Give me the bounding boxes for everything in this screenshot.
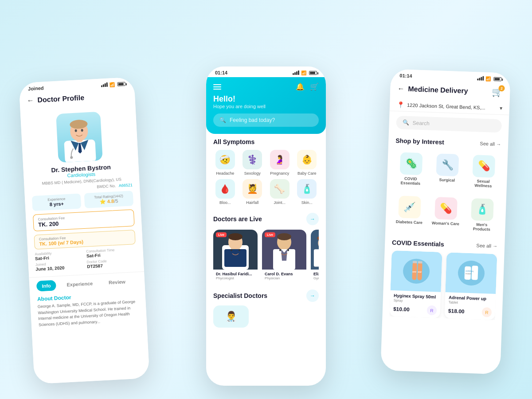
svg-text:ADRENAL: ADRENAL — [466, 270, 474, 273]
specialist-card-1[interactable]: 👨‍⚕️ — [213, 305, 249, 328]
tab-review[interactable]: Review — [103, 276, 131, 288]
category-mens[interactable]: 🧴 Men's Products — [465, 195, 499, 236]
hairfall-icon: 💆 — [243, 179, 262, 199]
cart-icon[interactable]: 🛒 — [310, 82, 319, 91]
hairfall-label: Hairfall — [246, 200, 258, 205]
hero-subtitle: Hope you are doing well — [213, 104, 319, 109]
doctor-code-info: Doctor Code DT2587 — [87, 258, 137, 269]
mens-label: Men's Products — [467, 222, 497, 232]
symptoms-title: All Symptoms — [213, 138, 319, 145]
svg-point-16 — [239, 249, 240, 251]
cart-button[interactable]: 🛒 2 — [492, 86, 503, 98]
headache-icon: 🤕 — [215, 150, 235, 169]
status-icons-right: 📶 — [477, 76, 501, 82]
doctor-photo-3 — [311, 230, 319, 270]
womans-icon: 💊 — [434, 197, 458, 220]
doctor-info-2: Carol D. Evans Physician — [262, 270, 306, 282]
skin-label: Skin... — [301, 200, 313, 205]
symptoms-grid: 🤕 Headache ⚕️ Sexology 🤰 Pregnancy 👶 Bab… — [213, 150, 319, 205]
symptom-skin[interactable]: 🧴 Skin... — [295, 179, 319, 205]
doctor-info-1: Dr. Hasibul Faridi... Phycologist — [213, 270, 258, 282]
signal-icon-right — [477, 76, 484, 81]
hero-search[interactable]: 🔍 Feeling bad today? — [213, 113, 319, 127]
diabetes-icon: 💉 — [398, 196, 421, 219]
doctors-see-more[interactable]: → — [306, 213, 319, 225]
sexual-label: Sexual Wellness — [469, 179, 498, 188]
doctor-specialty: Cardiologists — [67, 172, 95, 178]
hero-banner: 🔔 🛒 Hello! Hope you are doing well 🔍 Fee… — [206, 77, 326, 134]
category-grid: 🦠 COVID Essentials 🔧 Surgical 💊 Sexual W… — [392, 149, 501, 235]
about-doctor-text: George A. Sample, MD, FCCP, is a graduat… — [38, 299, 140, 328]
hero-top: 🔔 🛒 — [213, 82, 319, 91]
product-adrenal[interactable]: ADRENAL POWER Adrenal Power up Tablet $1… — [444, 252, 497, 320]
consultation-fee2-box: Consultation Fee TK. 100 (w/ 7 Days) — [34, 230, 135, 250]
adrenal-image: ADRENAL POWER — [445, 252, 497, 294]
surgical-icon: 🔧 — [436, 153, 459, 176]
notification-icon[interactable]: 🔔 — [296, 82, 305, 91]
category-surgical[interactable]: 🔧 Surgical — [430, 150, 465, 191]
specialist-see-more[interactable]: → — [306, 289, 319, 302]
adrenal-price: $18.00 — [448, 308, 465, 314]
doctor-card-2[interactable]: Live Carol D. Evans Physician — [262, 230, 306, 282]
covid-essentials-title: COVID Essentials — [392, 239, 444, 248]
location-text: 1220 Jackson St, Great Bend, KS,... — [407, 102, 497, 111]
sexology-icon: ⚕️ — [243, 150, 262, 169]
doctor-card-1[interactable]: Live Dr. Hasibul Faridi... Phycologist — [213, 230, 258, 282]
tab-info[interactable]: Info — [36, 280, 56, 292]
doctor-spec-2: Physician — [265, 276, 304, 280]
status-icons-left: 📶 — [101, 81, 126, 87]
symptom-headache[interactable]: 🤕 Headache — [213, 150, 237, 176]
diabetes-label: Diabetes Care — [396, 219, 422, 225]
shop-interest-header: Shop by Interest See all → — [395, 137, 501, 148]
svg-rect-40 — [471, 266, 478, 280]
product-hyginex[interactable]: snir snir Hyginex Spray 50ml Spray $10.0… — [389, 250, 442, 318]
wifi-icon-right: 📶 — [485, 76, 491, 81]
location-icon: 📍 — [397, 101, 405, 109]
medicine-delivery-phone: 01:14 📶 ← Medicine Delivery 🛒 2 📍 1220 J… — [380, 69, 511, 374]
category-sexual[interactable]: 💊 Sexual Wellness — [466, 151, 501, 192]
adrenal-info: Adrenal Power up Tablet $18.00 R — [444, 292, 496, 320]
hero-action-icons: 🔔 🛒 — [296, 82, 319, 91]
category-diabetes[interactable]: 💉 Diabetes Care — [392, 192, 426, 233]
symptom-pregnancy[interactable]: 🤰 Pregnancy — [268, 150, 292, 176]
category-covid[interactable]: 🦠 COVID Essentials — [394, 149, 428, 190]
symptom-hairfall[interactable]: 💆 Hairfall — [241, 179, 265, 205]
medicine-search[interactable]: 🔍 Search — [396, 116, 502, 133]
adrenal-add-button[interactable]: R — [482, 307, 492, 317]
doctors-row: Live Dr. Hasibul Faridi... Phycologist — [213, 230, 319, 282]
search-placeholder: Feeling bad today? — [230, 117, 275, 123]
cart-badge: 2 — [498, 85, 505, 91]
symptom-joint[interactable]: 🦴 Joint... — [268, 179, 292, 205]
mens-icon: 🧴 — [471, 198, 494, 221]
symptom-sexology[interactable]: ⚕️ Sexology — [241, 150, 265, 176]
covid-label: COVID Essentials — [396, 176, 426, 186]
sexology-label: Sexology — [244, 171, 261, 176]
doctor-stats: Experience 8 yrs+ Total Rating(1442) ⭐ 4… — [32, 191, 133, 211]
svg-text:snir: snir — [412, 270, 416, 273]
blood-label: Bloo... — [219, 200, 231, 205]
wifi-icon-mid: 📶 — [301, 70, 306, 75]
joint-icon: 🦴 — [270, 179, 289, 199]
see-all-interest[interactable]: See all → — [480, 141, 501, 147]
bmdc-label: BMDC No. — [97, 184, 116, 189]
pregnancy-label: Pregnancy — [270, 171, 289, 176]
doctor-profile-section: Dr. Stephen Bystron Cardiologists MBBS M… — [20, 105, 144, 278]
back-button[interactable]: ← — [27, 97, 34, 105]
time-middle: 01:14 — [215, 70, 227, 75]
doctor-name-2: Carol D. Evans — [265, 272, 304, 276]
baby-label: Baby Care — [297, 171, 317, 176]
symptom-blood[interactable]: 🩸 Bloo... — [213, 179, 237, 205]
doctor-info-grid: Availability Sat-Fri Consultation Time S… — [35, 247, 137, 272]
medicine-title: Medicine Delivery — [408, 85, 468, 95]
hyginex-add-button[interactable]: R — [427, 305, 437, 316]
specialist-header: Specialist Doctors → — [213, 289, 319, 302]
symptom-baby[interactable]: 👶 Baby Care — [295, 150, 319, 176]
menu-icon[interactable] — [213, 84, 221, 90]
main-app-phone: 01:14 📶 🔔 🛒 Hello! Hope you are doing we… — [206, 66, 326, 386]
doctor-card-3[interactable]: Eliza... Gyna... — [311, 230, 319, 282]
svg-point-23 — [279, 249, 281, 251]
category-womans[interactable]: 💊 Woman's Care — [429, 193, 463, 235]
see-all-covid[interactable]: See all → — [476, 243, 497, 249]
svg-text:snir: snir — [418, 270, 422, 273]
back-button-right[interactable]: ← — [397, 85, 405, 93]
